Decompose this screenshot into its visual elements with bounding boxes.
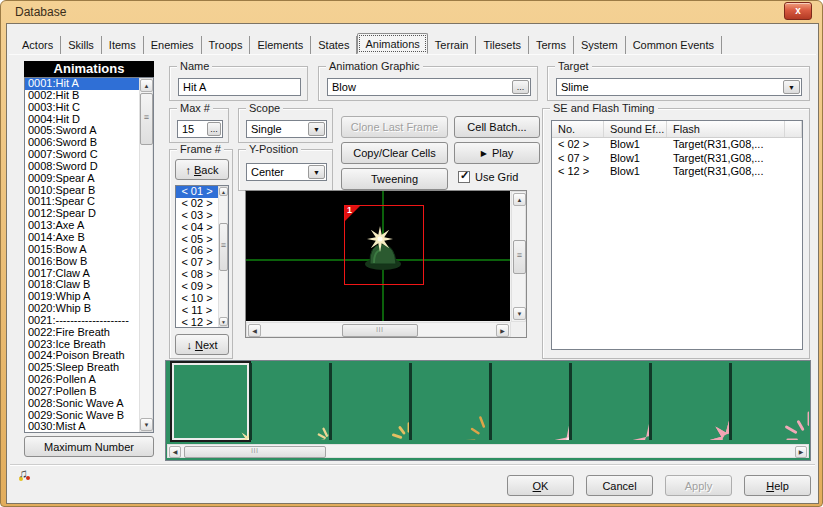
tab-skills[interactable]: Skills: [61, 36, 102, 54]
use-grid-checkbox[interactable]: Use Grid: [458, 171, 518, 183]
animation-list-item[interactable]: 0016:Bow B: [25, 256, 139, 268]
scrollbar-thumb[interactable]: [140, 93, 153, 145]
tab-troops[interactable]: Troops: [202, 36, 251, 54]
target-dropdown[interactable]: Slime: [556, 78, 802, 96]
animation-graphic-input[interactable]: Blow ...: [327, 78, 531, 96]
table-row[interactable]: < 02 >Blow1Target(R31,G08,...: [552, 138, 802, 152]
strip-hscrollbar[interactable]: ◀ ▶: [167, 444, 809, 458]
apply-button[interactable]: Apply: [665, 475, 732, 496]
column-header-sound[interactable]: Sound Ef...: [604, 121, 667, 137]
scrollbar-thumb[interactable]: [513, 240, 526, 274]
scroll-left-icon[interactable]: ◀: [169, 446, 181, 458]
table-row[interactable]: < 07 >Blow1Target(R31,G08,...: [552, 152, 802, 166]
animation-list-item[interactable]: 0028:Sonic Wave A: [25, 398, 139, 410]
title-bar[interactable]: Database x: [1, 1, 822, 23]
frame-list-scrollbar[interactable]: ▲ ▼: [218, 186, 228, 327]
tab-actors[interactable]: Actors: [15, 36, 61, 54]
chevron-down-icon[interactable]: [308, 122, 325, 136]
scroll-up-icon[interactable]: ▲: [219, 187, 228, 196]
tab-elements[interactable]: Elements: [250, 36, 311, 54]
max-browse-button[interactable]: ...: [207, 122, 221, 136]
animation-list-item[interactable]: 0022:Fire Breath: [25, 327, 139, 339]
name-input[interactable]: Hit A: [178, 78, 301, 96]
clone-last-frame-button[interactable]: Clone Last Frame: [341, 116, 448, 138]
max-input[interactable]: 15 ...: [177, 120, 223, 138]
animation-cell[interactable]: [652, 363, 729, 440]
y-position-dropdown[interactable]: Center: [246, 163, 327, 181]
tab-common-events[interactable]: Common Events: [626, 36, 722, 54]
animation-list-item[interactable]: 0003:Hit C: [25, 102, 139, 114]
tab-items[interactable]: Items: [102, 36, 144, 54]
column-header-filler: [785, 121, 802, 137]
tab-terrain[interactable]: Terrain: [428, 36, 477, 54]
frame-list-item[interactable]: < 12 >: [176, 317, 218, 327]
cell-batch-button[interactable]: Cell Batch...: [454, 116, 540, 138]
animation-cell[interactable]: [172, 363, 249, 440]
frame-list-item[interactable]: < 11 >: [176, 305, 218, 317]
tab-enemies[interactable]: Enemies: [144, 36, 202, 54]
scroll-right-icon[interactable]: ▶: [795, 446, 807, 458]
animation-list-item[interactable]: 0021:--------------------: [25, 315, 139, 327]
copy-clear-cells-button[interactable]: Copy/Clear Cells: [341, 142, 448, 164]
animation-cell[interactable]: [492, 363, 569, 440]
frame-list-item[interactable]: < 04 >: [176, 222, 218, 234]
preview-hscrollbar[interactable]: ◀ ▶: [246, 322, 511, 337]
target-group: Target Slime: [547, 66, 810, 101]
preview-vscrollbar[interactable]: ▲ ▼: [511, 191, 526, 322]
tab-tilesets[interactable]: Tilesets: [476, 36, 529, 54]
next-button[interactable]: ↓ Next: [175, 334, 229, 355]
play-button[interactable]: ▶ Play: [454, 142, 540, 164]
se-flash-table-header[interactable]: No. Sound Ef... Flash: [552, 121, 802, 138]
frame-list-item[interactable]: < 03 >: [176, 210, 218, 222]
scroll-left-icon[interactable]: ◀: [248, 324, 261, 337]
tab-terms[interactable]: Terms: [529, 36, 574, 54]
animation-cell[interactable]: [252, 363, 329, 440]
tab-system[interactable]: System: [574, 36, 626, 54]
animation-cell[interactable]: [412, 363, 489, 440]
back-button[interactable]: ↑ Back: [175, 159, 229, 180]
animation-list-item[interactable]: 0002:Hit B: [25, 90, 139, 102]
column-header-flash[interactable]: Flash: [667, 121, 785, 137]
browse-graphic-button[interactable]: ...: [512, 80, 529, 94]
tab-animations[interactable]: Animations: [357, 33, 427, 54]
preview-canvas[interactable]: 1: [246, 191, 510, 321]
cancel-button[interactable]: Cancel: [586, 475, 653, 496]
ok-button[interactable]: OK: [507, 475, 574, 496]
animation-list[interactable]: 0001:Hit A0002:Hit B0003:Hit C0004:Hit D…: [24, 77, 154, 433]
animation-list-scrollbar[interactable]: ▲ ▼: [139, 78, 153, 432]
animation-list-item[interactable]: 0008:Sword D: [25, 161, 139, 173]
scroll-down-icon[interactable]: ▼: [219, 317, 228, 326]
scrollbar-thumb[interactable]: [342, 324, 418, 337]
scroll-down-icon[interactable]: ▼: [140, 418, 153, 431]
frame-list-item[interactable]: < 02 >: [176, 198, 218, 210]
se-flash-table[interactable]: No. Sound Ef... Flash < 02 >Blow1Target(…: [551, 120, 803, 350]
animation-list-item[interactable]: 0015:Bow A: [25, 244, 139, 256]
table-row[interactable]: < 12 >Blow1Target(R31,G08,...: [552, 165, 802, 179]
scroll-down-icon[interactable]: ▼: [513, 307, 526, 320]
chevron-down-icon[interactable]: [783, 80, 800, 94]
animation-cell[interactable]: [732, 363, 809, 440]
close-button[interactable]: x: [784, 2, 812, 20]
pink-star-4pt-hollow-icon: [572, 363, 649, 440]
maximum-number-button[interactable]: Maximum Number: [24, 436, 154, 457]
scroll-right-icon[interactable]: ▶: [496, 324, 509, 337]
chevron-down-icon[interactable]: [308, 165, 325, 179]
back-label: Back: [194, 164, 218, 176]
scroll-up-icon[interactable]: ▲: [140, 79, 153, 92]
table-cell: < 02 >: [552, 138, 604, 152]
scrollbar-thumb[interactable]: [219, 223, 228, 271]
scope-dropdown[interactable]: Single: [246, 120, 327, 138]
animation-list-item[interactable]: 0027:Pollen B: [25, 386, 139, 398]
frame-list[interactable]: < 01 >< 02 >< 03 >< 04 >< 05 >< 06 >< 07…: [175, 185, 229, 328]
scrollbar-thumb[interactable]: [184, 446, 326, 458]
tweening-button[interactable]: Tweening: [341, 168, 448, 190]
help-button[interactable]: Help: [744, 475, 811, 496]
animation-list-item[interactable]: 0030:Mist A: [25, 421, 139, 432]
tab-states[interactable]: States: [311, 36, 357, 54]
animation-list-item[interactable]: 0009:Spear A: [25, 173, 139, 185]
animation-cell[interactable]: [572, 363, 649, 440]
scroll-up-icon[interactable]: ▲: [513, 193, 526, 206]
column-header-no[interactable]: No.: [552, 121, 604, 137]
animation-cell[interactable]: [332, 363, 409, 440]
checkbox-check-icon[interactable]: [458, 171, 470, 183]
